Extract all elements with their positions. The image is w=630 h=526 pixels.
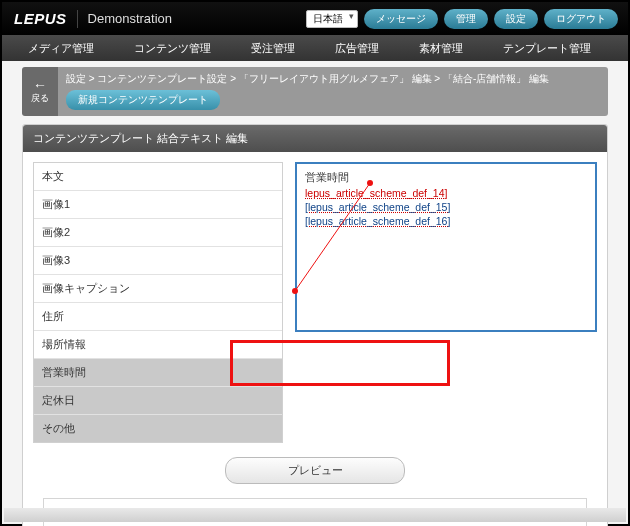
- logout-button[interactable]: ログアウト: [544, 9, 618, 29]
- editor-label: 営業時間: [305, 170, 587, 185]
- admin-button[interactable]: 管理: [444, 9, 488, 29]
- editor-box[interactable]: 営業時間 lepus_article_scheme_def_14][lepus_…: [295, 162, 597, 332]
- field-row[interactable]: 画像3: [34, 247, 282, 275]
- annotation-highlight: [230, 340, 450, 386]
- main-nav: メディア管理 コンテンツ管理 受注管理 広告管理 素材管理 テンプレート管理 ア…: [2, 35, 628, 61]
- nav-addons[interactable]: アドオン: [611, 41, 630, 56]
- back-arrow-icon: ←: [33, 78, 47, 92]
- field-row[interactable]: 定休日: [34, 387, 282, 415]
- field-row[interactable]: その他: [34, 415, 282, 442]
- annotation-dot: [292, 288, 298, 294]
- edit-panel: コンテンツテンプレート 結合テキスト 編集 本文画像1画像2画像3画像キャプショ…: [22, 124, 608, 526]
- nav-materials[interactable]: 素材管理: [399, 41, 483, 56]
- messages-button[interactable]: メッセージ: [364, 9, 438, 29]
- editor-token: [lepus_article_scheme_def_16]: [305, 215, 587, 227]
- back-label: 戻る: [31, 92, 49, 105]
- editor-token: [lepus_article_scheme_def_15]: [305, 201, 587, 213]
- breadcrumb-bar: 設定 > コンテンツテンプレート設定 > 「フリーレイアウト用グルメフェア」 編…: [58, 67, 608, 116]
- brand: LEPUS Demonstration: [14, 10, 172, 28]
- field-row[interactable]: 住所: [34, 303, 282, 331]
- editor-token: lepus_article_scheme_def_14]: [305, 187, 587, 199]
- nav-ads[interactable]: 広告管理: [315, 41, 399, 56]
- annotation-dot: [367, 180, 373, 186]
- settings-button[interactable]: 設定: [494, 9, 538, 29]
- nav-content[interactable]: コンテンツ管理: [114, 41, 231, 56]
- preview-button[interactable]: プレビュー: [225, 457, 405, 484]
- language-selector[interactable]: 日本語: [306, 10, 358, 28]
- topbar: LEPUS Demonstration 日本語 メッセージ 管理 設定 ログアウ…: [2, 2, 628, 35]
- footer-gradient: [4, 508, 626, 522]
- nav-templates[interactable]: テンプレート管理: [483, 41, 611, 56]
- field-list: 本文画像1画像2画像3画像キャプション住所場所情報営業時間定休日その他: [33, 162, 283, 443]
- brand-separator: [77, 10, 78, 28]
- panel-title: コンテンツテンプレート 結合テキスト 編集: [23, 125, 607, 152]
- field-row[interactable]: 画像キャプション: [34, 275, 282, 303]
- editor-tokens: lepus_article_scheme_def_14][lepus_artic…: [305, 187, 587, 227]
- field-row[interactable]: 画像2: [34, 219, 282, 247]
- back-button[interactable]: ← 戻る: [22, 67, 58, 116]
- field-row[interactable]: 画像1: [34, 191, 282, 219]
- nav-orders[interactable]: 受注管理: [231, 41, 315, 56]
- new-template-tab[interactable]: 新規コンテンツテンプレート: [66, 90, 220, 110]
- field-row[interactable]: 本文: [34, 163, 282, 191]
- brand-sub: Demonstration: [88, 11, 173, 26]
- breadcrumb: 設定 > コンテンツテンプレート設定 > 「フリーレイアウト用グルメフェア」 編…: [66, 72, 600, 86]
- top-right-controls: 日本語 メッセージ 管理 設定 ログアウト: [306, 9, 618, 29]
- brand-logo: LEPUS: [14, 10, 67, 27]
- nav-media[interactable]: メディア管理: [8, 41, 114, 56]
